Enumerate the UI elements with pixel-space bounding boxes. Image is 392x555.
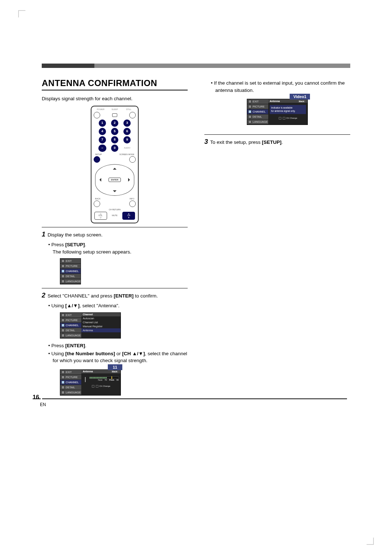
setup-label: SETUP bbox=[95, 154, 102, 156]
page-number: 16 bbox=[33, 394, 39, 401]
antenna-header: Antenna Back bbox=[268, 99, 307, 103]
enter-button: ENTER bbox=[109, 178, 121, 182]
ch-up-icon bbox=[279, 117, 281, 119]
power-label: POWER bbox=[94, 109, 108, 111]
power-button bbox=[94, 112, 100, 118]
key-1: 1 bbox=[99, 119, 106, 127]
screen-mode-label: SCREEN MODE bbox=[119, 154, 134, 156]
arrow-left-icon bbox=[98, 178, 101, 182]
arrow-down-icon bbox=[113, 190, 117, 194]
ch-up-icon bbox=[92, 385, 94, 388]
channel-chip-11: 11 bbox=[108, 364, 122, 370]
still-label: STILL bbox=[122, 109, 136, 111]
screen-mode-button bbox=[129, 156, 136, 163]
sleep-button bbox=[112, 113, 117, 117]
channel-icon bbox=[248, 110, 252, 113]
ch-return-label: CH RETURN bbox=[109, 209, 121, 211]
key-dash: – bbox=[98, 145, 106, 152]
step2-bullet-2: Press [ENTER]. bbox=[48, 342, 188, 349]
step-1: 1Display the setup screen. bbox=[42, 230, 188, 239]
remote-control-figure: POWER SLEEP STILL 1 2 3 4 5 bbox=[91, 106, 139, 223]
detail-icon bbox=[61, 275, 65, 278]
opt-autoscan: Autoscan bbox=[81, 316, 121, 320]
info-label: INFO bbox=[130, 198, 134, 200]
exit-icon bbox=[61, 313, 65, 317]
osd-footer: Ch Change bbox=[81, 384, 121, 389]
info-button bbox=[129, 200, 136, 207]
picture-icon bbox=[61, 376, 65, 379]
language-icon bbox=[61, 391, 65, 394]
detail-icon bbox=[61, 329, 65, 332]
back-label: BACK bbox=[95, 198, 101, 200]
step2-bullet-3: Using [the Number buttons] or [CH ▲/▼], … bbox=[48, 350, 188, 364]
key-2: 2 bbox=[111, 119, 118, 127]
channel-icon bbox=[61, 270, 65, 273]
osd-antenna-signal: EXIT PICTURE CHANNEL DETAIL LANGUAGE Ant… bbox=[60, 369, 121, 396]
back-button bbox=[94, 200, 100, 207]
step-2: 2Select "CHANNEL" and press [ENTER] to c… bbox=[42, 291, 188, 300]
page-locale: EN bbox=[40, 402, 46, 407]
separator bbox=[42, 227, 188, 227]
setup-button bbox=[94, 156, 100, 163]
page-header-bar bbox=[42, 64, 350, 68]
osd-channel-menu: EXIT PICTURE CHANNEL DETAIL LANGUAGE Cha… bbox=[60, 312, 121, 339]
dpad: ENTER bbox=[95, 164, 134, 195]
detail-icon bbox=[248, 115, 252, 118]
audio-label: AUDIO bbox=[122, 147, 133, 149]
key-0: 0 bbox=[111, 145, 118, 152]
back-chip: Back bbox=[111, 370, 118, 373]
indicator-message: Indicator is available for antenna signa… bbox=[270, 105, 306, 114]
osd-antenna-video-input: EXIT PICTURE CHANNEL DETAIL LANGUAGE Ant… bbox=[247, 99, 308, 125]
intro-text: Displays signal strength for each channe… bbox=[42, 96, 188, 102]
key-8: 8 bbox=[111, 136, 118, 143]
language-icon bbox=[61, 334, 65, 337]
volume-rocker: △VOL.▽ bbox=[94, 212, 107, 220]
arrow-right-icon bbox=[128, 178, 132, 182]
arrow-up-icon bbox=[113, 166, 117, 170]
right-note: If the channel is set to external input,… bbox=[211, 80, 350, 94]
opt-antenna: Antenna bbox=[81, 328, 121, 332]
input-chip-video1: Video1 bbox=[290, 94, 310, 100]
osd-menu-mini: EXIT PICTURE CHANNEL DETAIL LANGUAGE bbox=[60, 258, 81, 284]
separator bbox=[42, 288, 188, 288]
opt-manual-register: Manual Register bbox=[81, 324, 121, 328]
osd-footer: Ch Change bbox=[268, 116, 307, 121]
channel-header: Channel bbox=[81, 313, 121, 316]
peak-value: 80 bbox=[117, 379, 119, 381]
opt-channel-list: Channel List bbox=[81, 320, 121, 324]
signal-meter bbox=[89, 377, 119, 379]
key-3: 3 bbox=[123, 119, 131, 127]
sleep-label: SLEEP bbox=[108, 109, 122, 111]
channel-icon bbox=[61, 381, 65, 384]
step-3: 3To exit the setup, press [SETUP]. bbox=[204, 137, 350, 146]
step1-bullet: Press [SETUP]. The following setup scree… bbox=[48, 241, 188, 255]
key-5: 5 bbox=[111, 128, 118, 135]
antenna-icon bbox=[83, 376, 88, 382]
now-label: Now bbox=[98, 379, 102, 381]
step2-bullet-1: Using [▲/▼], select "Antenna". bbox=[48, 302, 188, 309]
key-4: 4 bbox=[99, 128, 106, 135]
key-6: 6 bbox=[123, 128, 131, 135]
key-7: 7 bbox=[99, 136, 106, 143]
key-9: 9 bbox=[123, 136, 131, 143]
mute-label: MUTE bbox=[109, 215, 121, 217]
picture-icon bbox=[61, 264, 65, 268]
detail-icon bbox=[61, 386, 65, 389]
channel-rocker: ▲CH▼ bbox=[122, 212, 135, 220]
antenna-header: Antenna Back bbox=[81, 370, 121, 373]
back-chip: Back bbox=[298, 100, 305, 102]
exit-icon bbox=[248, 100, 252, 103]
ch-down-icon bbox=[283, 117, 285, 119]
language-icon bbox=[248, 120, 252, 123]
exit-icon bbox=[61, 370, 65, 374]
now-value: 70 bbox=[105, 379, 107, 381]
still-button bbox=[129, 112, 136, 118]
picture-icon bbox=[61, 319, 65, 322]
separator bbox=[204, 134, 350, 135]
channel-icon bbox=[61, 324, 65, 327]
picture-icon bbox=[248, 105, 252, 108]
page-title: ANTENNA CONFIRMATION bbox=[42, 78, 188, 88]
ch-down-icon bbox=[96, 385, 98, 388]
exit-icon bbox=[61, 259, 65, 263]
language-icon bbox=[61, 280, 65, 283]
